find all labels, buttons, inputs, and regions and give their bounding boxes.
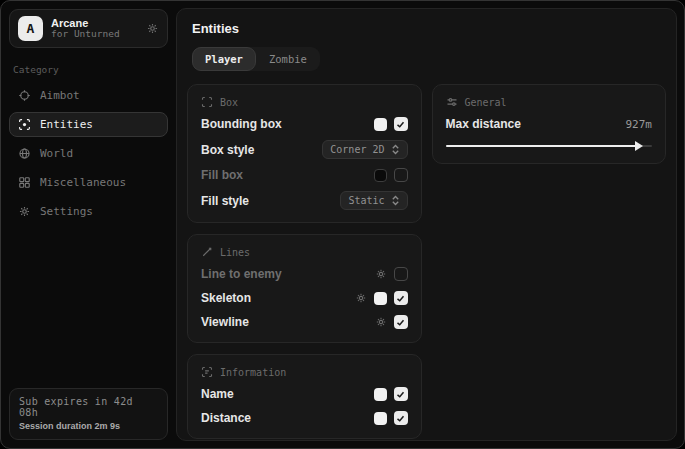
- general-section-title: General: [465, 97, 507, 108]
- color-swatch[interactable]: [374, 169, 387, 182]
- box-section-header: Box: [201, 94, 408, 108]
- app-subtitle: for Unturned: [51, 29, 120, 40]
- sidebar-item-label: Settings: [40, 205, 93, 218]
- crosshair-icon: [18, 89, 31, 102]
- settings-columns: Box Bounding box Box style: [187, 84, 666, 439]
- row-label: Bounding box: [201, 117, 282, 131]
- dropdown-value: Corner 2D: [330, 144, 384, 155]
- row-label: Fill box: [201, 168, 243, 182]
- sidebar-nav: Aimbot Entities World: [9, 83, 168, 224]
- viewline-checkbox[interactable]: [394, 315, 408, 329]
- header-gear-icon[interactable]: [146, 22, 159, 35]
- box-section-title: Box: [220, 97, 238, 108]
- color-swatch[interactable]: [374, 292, 387, 305]
- box-section: Box Bounding box Box style: [187, 84, 422, 223]
- row-label: Viewline: [201, 315, 249, 329]
- max-distance-slider[interactable]: [446, 141, 653, 151]
- bounding-box-checkbox[interactable]: [394, 117, 408, 131]
- lines-section: Lines Line to enemy: [187, 234, 422, 343]
- information-section-title: Information: [220, 367, 286, 378]
- row-label: Skeleton: [201, 291, 251, 305]
- scan-target-icon: [18, 118, 31, 131]
- info-scan-icon: [201, 366, 213, 378]
- slider-thumb[interactable]: [635, 141, 643, 151]
- setting-row-bounding-box: Bounding box: [201, 116, 408, 132]
- row-label: Distance: [201, 411, 251, 425]
- row-label: Fill style: [201, 194, 249, 208]
- sub-expires-text: Sub expires in 42d 08h: [19, 396, 158, 418]
- entity-tabs: Player Zombie: [192, 47, 320, 71]
- setting-row-max-distance: Max distance 927m: [446, 116, 653, 132]
- sidebar-item-label: Aimbot: [40, 89, 80, 102]
- row-label: Max distance: [446, 117, 521, 131]
- dropdown-value: Static: [348, 195, 384, 206]
- row-label: Box style: [201, 143, 254, 157]
- color-swatch[interactable]: [374, 118, 387, 131]
- tab-player[interactable]: Player: [192, 47, 256, 71]
- globe-icon: [18, 147, 31, 160]
- sidebar: A Arcane for Unturned Category A: [1, 1, 176, 448]
- grid-icon: [18, 176, 31, 189]
- chevron-up-down-icon: [391, 144, 400, 155]
- diagonal-line-icon: [201, 246, 213, 258]
- box-icon: [201, 96, 213, 108]
- line-settings-gear-icon[interactable]: [375, 268, 387, 280]
- row-label: Line to enemy: [201, 267, 282, 281]
- chevron-up-down-icon: [391, 195, 400, 206]
- session-duration-text: Session duration 2m 9s: [19, 421, 158, 431]
- row-label: Name: [201, 387, 234, 401]
- information-section: Information Name Distance: [187, 354, 422, 439]
- distance-checkbox[interactable]: [394, 411, 408, 425]
- sidebar-item-entities[interactable]: Entities: [9, 112, 168, 137]
- app-meta: Arcane for Unturned: [51, 17, 120, 41]
- color-swatch[interactable]: [374, 412, 387, 425]
- max-distance-slider-fill: [446, 145, 638, 147]
- viewline-settings-gear-icon[interactable]: [375, 316, 387, 328]
- app-logo: A: [18, 16, 43, 41]
- sliders-icon: [446, 96, 458, 108]
- line-to-enemy-checkbox[interactable]: [394, 267, 408, 281]
- lines-section-title: Lines: [220, 247, 250, 258]
- setting-row-distance: Distance: [201, 410, 408, 426]
- sidebar-item-aimbot[interactable]: Aimbot: [9, 83, 168, 108]
- right-column: General Max distance 927m: [432, 84, 667, 164]
- sidebar-item-settings[interactable]: Settings: [9, 199, 168, 224]
- fill-style-dropdown[interactable]: Static: [340, 191, 407, 210]
- sidebar-item-label: Miscellaneous: [40, 176, 126, 189]
- fill-box-checkbox[interactable]: [394, 168, 408, 182]
- max-distance-value: 927m: [626, 118, 653, 131]
- sidebar-item-label: Entities: [40, 118, 93, 131]
- tab-zombie[interactable]: Zombie: [256, 47, 320, 71]
- main-panel: Entities Player Zombie Box: [176, 8, 677, 441]
- left-column: Box Bounding box Box style: [187, 84, 422, 439]
- subscription-info: Sub expires in 42d 08h Session duration …: [9, 388, 168, 440]
- setting-row-viewline: Viewline: [201, 314, 408, 330]
- skeleton-checkbox[interactable]: [394, 291, 408, 305]
- box-style-dropdown[interactable]: Corner 2D: [322, 140, 407, 159]
- sidebar-item-world[interactable]: World: [9, 141, 168, 166]
- setting-row-box-style: Box style Corner 2D: [201, 140, 408, 159]
- setting-row-name: Name: [201, 386, 408, 402]
- sidebar-item-miscellaneous[interactable]: Miscellaneous: [9, 170, 168, 195]
- lines-section-header: Lines: [201, 244, 408, 258]
- sidebar-header: A Arcane for Unturned: [9, 9, 168, 48]
- setting-row-fill-box: Fill box: [201, 167, 408, 183]
- general-section: General Max distance 927m: [432, 84, 667, 164]
- gear-icon: [18, 205, 31, 218]
- setting-row-line-to-enemy: Line to enemy: [201, 266, 408, 282]
- setting-row-skeleton: Skeleton: [201, 290, 408, 306]
- name-checkbox[interactable]: [394, 387, 408, 401]
- setting-row-fill-style: Fill style Static: [201, 191, 408, 210]
- color-swatch[interactable]: [374, 388, 387, 401]
- general-section-header: General: [446, 94, 653, 108]
- sidebar-item-label: World: [40, 147, 73, 160]
- app-window: A Arcane for Unturned Category A: [0, 0, 685, 449]
- information-section-header: Information: [201, 364, 408, 378]
- category-label: Category: [13, 64, 164, 75]
- skeleton-settings-gear-icon[interactable]: [355, 292, 367, 304]
- page-title: Entities: [192, 21, 666, 36]
